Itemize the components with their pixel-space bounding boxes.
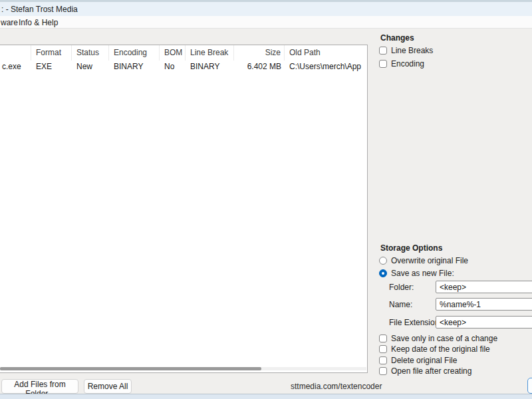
column-header-linebreak[interactable]: Line Break (186, 45, 234, 61)
checkbox-icon (379, 47, 387, 55)
column-header-name[interactable] (0, 45, 31, 61)
radio-icon (379, 269, 387, 277)
column-header-oldpath[interactable]: Old Path (285, 45, 367, 61)
menu-bar: ware Info & Help (0, 16, 532, 29)
radio-icon (379, 257, 387, 265)
checkbox-icon (379, 60, 387, 68)
checkbox-icon (379, 367, 387, 375)
column-header-bom[interactable]: BOM (160, 45, 186, 61)
checkbox-label: Keep date of the original file (391, 344, 490, 354)
sttmedia-link[interactable]: sttmedia.com/textencoder (291, 382, 382, 391)
checkbox-keep-date-of-original-file[interactable]: Keep date of the original file (379, 344, 490, 354)
name-label: Name: (389, 300, 412, 309)
cell-status: New (72, 61, 109, 72)
checkbox-open-file-after-creating[interactable]: Open file after creating (379, 366, 471, 376)
cell-format: EXE (31, 61, 72, 72)
checkbox-label: Encoding (391, 59, 424, 68)
menu-item-info-help[interactable]: Info & Help (19, 18, 58, 27)
file-extension-label: File Extension: (389, 318, 442, 327)
checkbox-label: Save only in case of a change (391, 334, 497, 343)
horizontal-scrollbar-thumb[interactable] (0, 367, 261, 370)
storage-options-heading: Storage Options (380, 243, 442, 253)
column-header-format[interactable]: Format (31, 45, 72, 61)
checkbox-save-only-in-case-of-change[interactable]: Save only in case of a change (379, 334, 497, 343)
radio-label: Overwrite original File (391, 256, 468, 265)
cell-size: 6.402 MB (234, 61, 285, 72)
checkbox-label: Delete original File (391, 356, 457, 365)
checkbox-icon (379, 345, 387, 353)
file-list: Format Status Encoding BOM Line Break Si… (0, 45, 368, 373)
radio-label: Save as new File: (391, 269, 454, 278)
table-row[interactable]: c.exe EXE New BINARY No BINARY 6.402 MB … (0, 61, 367, 72)
title-bar[interactable]: : - Stefan Trost Media (0, 0, 532, 16)
add-files-from-folder-button[interactable]: Add Files from Folder... (1, 379, 78, 394)
cell-bom: No (160, 61, 186, 72)
file-list-header: Format Status Encoding BOM Line Break Si… (0, 45, 367, 61)
cell-encoding: BINARY (109, 61, 160, 72)
changes-heading: Changes (380, 33, 414, 43)
checkbox-line-breaks[interactable]: Line Breaks (379, 46, 433, 55)
column-header-size[interactable]: Size (234, 45, 285, 61)
cell-filename: c.exe (0, 61, 31, 72)
radio-save-as-new-file[interactable]: Save as new File: (379, 269, 454, 278)
cell-oldpath: C:\Users\merch\App (285, 61, 367, 72)
checkbox-encoding[interactable]: Encoding (379, 59, 424, 68)
remove-all-button[interactable]: Remove All (84, 379, 132, 394)
horizontal-scrollbar[interactable] (0, 367, 366, 370)
menu-item-freeware-partial[interactable]: ware (1, 18, 18, 27)
checkbox-label: Line Breaks (391, 46, 433, 55)
folder-input[interactable] (436, 281, 532, 293)
column-header-encoding[interactable]: Encoding (109, 45, 160, 61)
window-title: : - Stefan Trost Media (1, 5, 78, 14)
column-header-status[interactable]: Status (72, 45, 109, 61)
checkbox-icon (379, 356, 387, 364)
name-input[interactable] (436, 298, 532, 311)
checkbox-icon (379, 334, 387, 342)
folder-label: Folder: (389, 283, 414, 292)
window-bottom-edge (0, 394, 532, 399)
cell-linebreak: BINARY (186, 61, 234, 72)
radio-overwrite-original-file[interactable]: Overwrite original File (379, 256, 468, 265)
checkbox-label: Open file after creating (391, 366, 471, 376)
convert-button-partial[interactable] (527, 378, 532, 394)
file-extension-input[interactable] (436, 316, 532, 329)
checkbox-delete-original-file[interactable]: Delete original File (379, 356, 457, 365)
